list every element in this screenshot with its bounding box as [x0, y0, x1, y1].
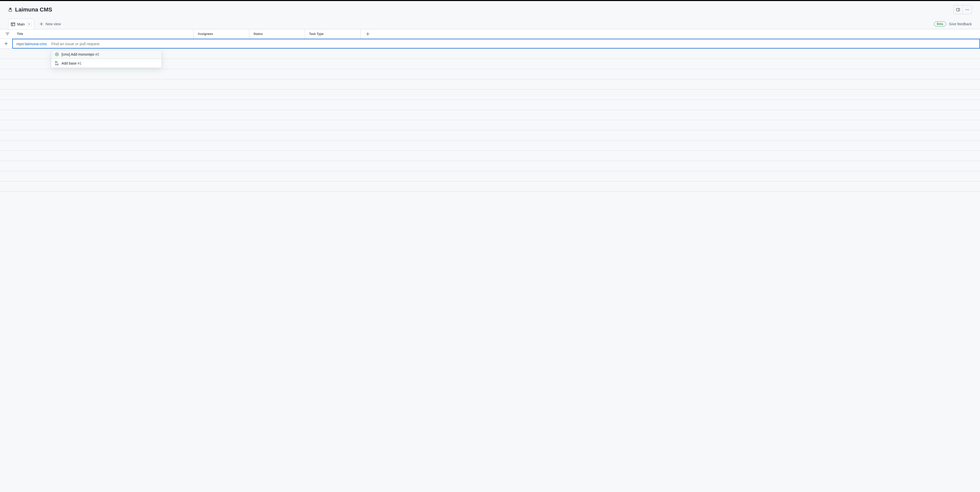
suggestion-number: #2 [95, 52, 99, 56]
add-column-button[interactable] [360, 29, 980, 38]
table-row [0, 131, 980, 141]
search-input[interactable]: repo:laimuna-cms Find an issue or pull r… [12, 39, 980, 48]
new-view-label: New view [45, 22, 61, 26]
suggestion-number: #1 [78, 61, 82, 65]
column-header-tasktype[interactable]: Task Type [305, 29, 360, 38]
suggestion-text: Add base [62, 61, 76, 65]
table-row [0, 89, 980, 100]
table-row [0, 141, 980, 151]
column-header-title[interactable]: Title [15, 29, 193, 38]
page-title: Laimuna CMS [15, 6, 52, 13]
table-row [0, 100, 980, 110]
tab-main-label: Main [17, 22, 25, 26]
new-view-button[interactable]: New view [38, 20, 62, 28]
table-icon [11, 22, 15, 26]
plus-icon [39, 22, 43, 26]
tab-main[interactable]: Main [8, 19, 34, 29]
svg-point-4 [56, 54, 57, 55]
more-options-button[interactable] [963, 5, 972, 14]
filter-button[interactable] [0, 29, 15, 38]
repo-filter-chip: repo:laimuna-cms [16, 41, 47, 46]
table-row [0, 171, 980, 182]
tab-dropdown[interactable] [27, 22, 32, 27]
table-row [0, 80, 980, 89]
column-header-status[interactable]: Status [249, 29, 305, 38]
svg-point-1 [967, 10, 967, 10]
suggestion-item[interactable]: Add base #1 [51, 59, 162, 68]
table-row [0, 182, 980, 192]
beta-badge: Beta [934, 21, 946, 27]
table-row [0, 161, 980, 171]
table-header: Title Assignees Status Task Type [0, 29, 980, 39]
suggestion-text: [cms] Add monorepo [62, 52, 94, 56]
table-row [0, 110, 980, 120]
column-header-assignees[interactable]: Assignees [193, 29, 249, 38]
issue-open-icon [55, 52, 59, 56]
suggestion-item[interactable]: [cms] Add monorepo #2 [51, 50, 162, 59]
table-row [0, 120, 980, 131]
git-pull-request-icon [55, 61, 59, 65]
toggle-panel-button[interactable] [954, 5, 963, 14]
give-feedback-link[interactable]: Give feedback [949, 22, 972, 26]
table-row [0, 151, 980, 161]
svg-point-2 [968, 10, 969, 10]
add-item-button[interactable] [0, 39, 12, 48]
svg-point-0 [966, 10, 966, 10]
table-row [0, 69, 980, 80]
suggestion-dropdown: [cms] Add monorepo #2 Add base #1 [51, 50, 162, 68]
lock-icon [8, 8, 13, 12]
search-placeholder: Find an issue or pull request [51, 41, 99, 46]
